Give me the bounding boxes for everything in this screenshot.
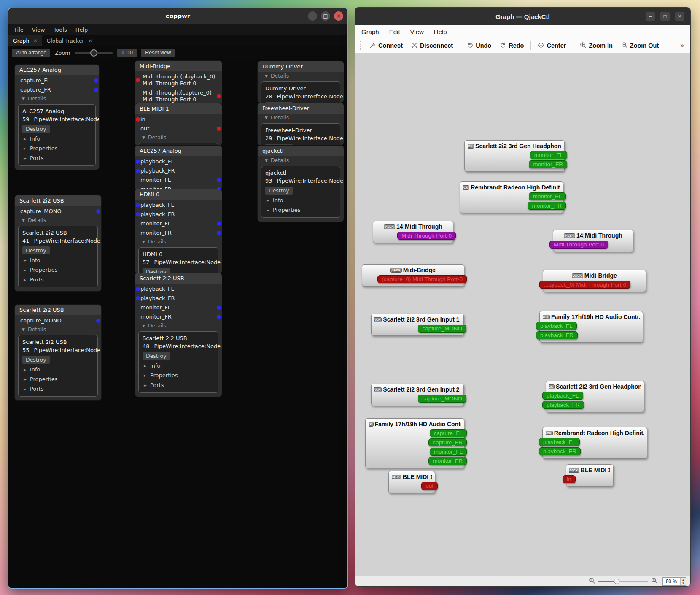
details-section-info[interactable]: ►Info — [143, 361, 214, 371]
toolbar-button-zoom-in[interactable]: Zoom In — [576, 41, 616, 51]
node-title[interactable]: ALC257 Analog — [135, 146, 222, 156]
port-playback_fr[interactable]: playback_FR — [542, 401, 584, 409]
menu-item-edit[interactable]: Edit — [389, 28, 400, 35]
port-dot-blue[interactable] — [217, 222, 221, 226]
qjackctl-graph-node[interactable]: JACKScarlett 2i2 3rd Gen Input 2...captu… — [371, 384, 464, 406]
graph-node[interactable]: Scarlett 2i2 USBplayback_FLplayback_FRmo… — [135, 273, 222, 397]
node-port[interactable]: Midi Through:(capture_0) Midi Through Po… — [135, 88, 222, 104]
port-dot-blue[interactable] — [136, 287, 140, 291]
node-port[interactable]: monitor_FR — [135, 312, 222, 322]
node-title[interactable]: JACKFamily 17h/19h HD Audio Contr... — [369, 421, 461, 427]
port-playback_fl[interactable]: playback_FL — [542, 392, 583, 400]
port-monitor_fr[interactable]: monitor_FR — [528, 202, 566, 210]
toolbar-button-zoom-out[interactable]: Zoom Out — [617, 41, 662, 51]
qjackctl-graph-node[interactable]: JACKMidi-Bridge(capture_0) Midi Through … — [362, 264, 464, 287]
graph-node[interactable]: Freewheel-Driver▼DetailsFreewheel-Driver… — [258, 103, 344, 145]
node-port[interactable]: playback_FR — [135, 166, 222, 176]
port-dot-blue[interactable] — [136, 212, 140, 216]
spinbox-arrows[interactable]: ▲▼ — [680, 578, 686, 585]
tab-close-icon[interactable]: × — [33, 38, 37, 43]
destroy-button[interactable]: Destroy — [265, 102, 293, 103]
node-title[interactable]: Scarlett 2i2 USB — [15, 305, 101, 315]
details-section-ports[interactable]: ►Ports — [22, 384, 94, 394]
port-in[interactable]: in — [563, 475, 576, 483]
menu-item-file[interactable]: File — [14, 27, 24, 33]
graph-node[interactable]: Scarlett 2i2 USBcapture_MONO▼DetailsScar… — [15, 195, 101, 291]
node-title[interactable]: JACKScarlett 2i2 3rd Gen Input 1... — [374, 316, 460, 323]
details-section-properties[interactable]: ►Properties — [143, 371, 214, 380]
node-port[interactable]: playback_FR — [135, 210, 222, 219]
qjackctl-graph-node[interactable]: ALSA14:Midi ThroughMidi Through Port-0 — [553, 230, 633, 252]
destroy-button[interactable]: Destroy — [143, 352, 170, 360]
details-section-properties[interactable]: ►Properties — [22, 265, 94, 275]
coppwr-graph-canvas[interactable]: ALC257 Analogcapture_FLcapture_FR▼Detail… — [8, 60, 347, 588]
port-dot-blue[interactable] — [136, 160, 140, 164]
reset-view-button[interactable]: Reset view — [141, 49, 175, 57]
node-title[interactable]: JACKMidi-Bridge — [365, 267, 461, 273]
details-section-ports[interactable]: ►Ports — [22, 153, 92, 163]
toolbar-button-disconnect[interactable]: Disconnect — [407, 41, 457, 51]
node-port[interactable]: playback_FR — [135, 294, 222, 303]
port-playback_fr[interactable]: playback_FR — [536, 331, 578, 339]
node-port[interactable]: out — [135, 124, 222, 133]
node-title[interactable]: JACKFamily 17h/19h HD Audio Contr... — [543, 314, 640, 320]
port-dot-red[interactable] — [217, 127, 221, 131]
port-dot-blue[interactable] — [217, 315, 221, 319]
qjackctl-graph-node[interactable]: JACKBLE MIDI 1in — [566, 464, 614, 487]
port-dot-blue[interactable] — [217, 178, 221, 182]
toolbar-overflow-icon[interactable]: » — [680, 42, 688, 49]
maximize-button[interactable]: □ — [321, 11, 330, 21]
node-title[interactable]: ALC257 Analog — [15, 65, 99, 75]
port-monitor_fl[interactable]: monitor_FL — [530, 151, 567, 159]
menu-item-help[interactable]: Help — [434, 28, 447, 35]
details-section-properties[interactable]: ►Properties — [22, 374, 94, 384]
node-title[interactable]: BLE MIDI 1 — [135, 103, 222, 114]
port-dot-red[interactable] — [136, 117, 140, 122]
destroy-button[interactable]: Destroy — [265, 187, 293, 195]
toolbar-button-center[interactable]: Center — [534, 41, 570, 51]
node-title[interactable]: Dummy-Driver — [258, 61, 344, 72]
tab-close-icon[interactable]: × — [89, 38, 92, 43]
qjackctl-graph-node[interactable]: ALSA14:Midi ThroughMidi Through Port-0 — [373, 221, 453, 243]
details-section-info[interactable]: ►Info — [22, 255, 94, 265]
qjackctl-graph-node[interactable]: JACKScarlett 2i2 3rd Gen Headphon...moni… — [464, 140, 565, 172]
qjackctl-graph-canvas[interactable]: JACKScarlett 2i2 3rd Gen Headphon...moni… — [355, 53, 690, 576]
port-capture_mono[interactable]: capture_MONO — [418, 395, 466, 403]
node-title[interactable]: qjackctl — [258, 146, 344, 156]
spin-down-icon[interactable]: ▼ — [681, 581, 686, 585]
details-toggle[interactable]: ▼Details — [15, 216, 101, 224]
node-title[interactable]: Freewheel-Driver — [258, 103, 344, 114]
details-toggle[interactable]: ▼Details — [135, 133, 222, 142]
port-dot-red[interactable] — [136, 78, 140, 82]
graph-node[interactable]: BLE MIDI 1inout▼Details — [135, 103, 222, 146]
port--capture_0-midi-through-port-0[interactable]: (capture_0) Midi Through Port-0 — [377, 275, 467, 283]
qjackctl-graph-node[interactable]: JACKScarlett 2i2 3rd Gen Headphon...play… — [546, 381, 644, 412]
details-toggle[interactable]: ▼Details — [15, 325, 101, 334]
node-port[interactable]: capture_MONO — [15, 207, 101, 216]
graph-node[interactable]: Scarlett 2i2 USBcapture_MONO▼DetailsScar… — [15, 305, 101, 400]
close-button[interactable]: × — [334, 11, 343, 21]
port-dot-blue[interactable] — [136, 296, 140, 300]
auto-arrange-button[interactable]: Auto arrange — [12, 49, 50, 57]
port-playback_fr[interactable]: playback_FR — [539, 447, 581, 455]
port-midi-through-port-0[interactable]: Midi Through Port-0 — [397, 232, 456, 240]
node-title[interactable]: JACKRembrandt Radeon High Definit... — [463, 184, 560, 191]
details-toggle[interactable]: ▼Details — [258, 114, 344, 122]
node-title[interactable]: HDMI 0 — [135, 189, 222, 200]
port-dot-blue[interactable] — [217, 306, 221, 310]
details-section-ports[interactable]: ►Ports — [22, 275, 94, 284]
qjackctl-graph-node[interactable]: JACKFamily 17h/19h HD Audio Contr...capt… — [365, 418, 464, 468]
node-port[interactable]: in — [135, 115, 222, 124]
menu-item-help[interactable]: Help — [75, 27, 88, 33]
zoom-percent-spinbox[interactable]: 80 % ▲▼ — [662, 577, 686, 586]
graph-node[interactable]: ALC257 Analogcapture_FLcapture_FR▼Detail… — [15, 65, 99, 170]
zoom-slider-handle[interactable] — [90, 49, 97, 57]
details-section-properties[interactable]: ►Properties — [22, 143, 92, 153]
coppwr-titlebar[interactable]: coppwr – □ × — [8, 8, 347, 24]
node-port[interactable]: monitor_FL — [135, 219, 222, 228]
node-port[interactable]: monitor_FR — [135, 228, 222, 238]
graph-node[interactable]: qjackctl▼Detailsqjackctl93PipeWire:Inter… — [258, 146, 344, 222]
details-toggle[interactable]: ▼Details — [135, 238, 222, 246]
details-section-properties[interactable]: ►Properties — [265, 205, 336, 215]
port-capture_mono[interactable]: capture_MONO — [418, 325, 466, 333]
